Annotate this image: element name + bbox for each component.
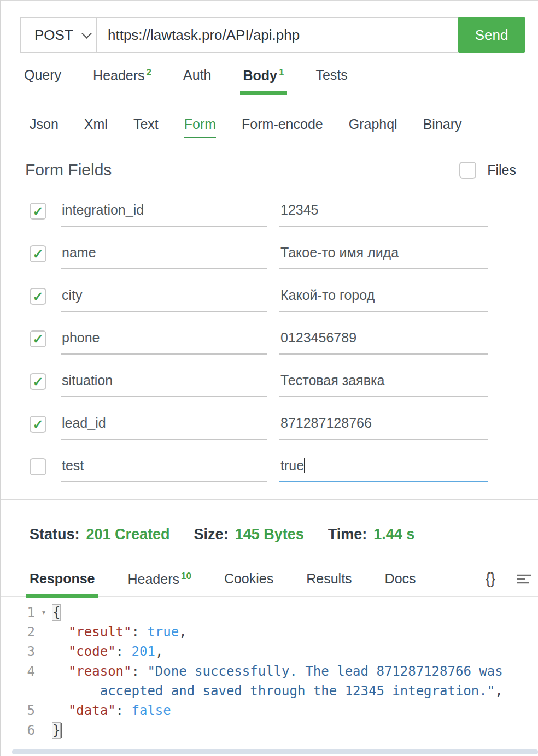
tab-response-headers[interactable]: Headers10 <box>127 571 191 587</box>
line-number: 4 <box>1 662 35 701</box>
section-divider <box>1 499 538 500</box>
line-number: 2 <box>1 622 35 642</box>
response-tabs-bar: Response Headers10 Cookies Results Docs … <box>1 570 538 597</box>
text-cursor <box>304 458 305 473</box>
subtab-graphql[interactable]: Graphql <box>349 116 397 132</box>
format-json-icon[interactable]: {} <box>486 570 495 587</box>
code-line-content: } <box>52 720 527 740</box>
field-name-input[interactable]: name <box>61 244 267 269</box>
fold-toggle-icon[interactable] <box>35 701 52 720</box>
tab-docs[interactable]: Docs <box>385 571 416 587</box>
tab-response[interactable]: Response <box>30 571 95 587</box>
request-bar: POST Send <box>20 17 525 53</box>
request-tabs-bar: Query Headers2 Auth Body1 Tests <box>1 67 538 93</box>
status-value: 201 Created <box>86 526 170 543</box>
line-number: 6 <box>1 720 35 740</box>
code-line: 2 "result": true, <box>1 622 527 642</box>
fold-toggle-icon[interactable] <box>35 622 52 642</box>
form-field-row: test true <box>30 457 538 482</box>
form-rows: integration_id 12345 name Такое-то имя л… <box>30 201 538 482</box>
line-number: 1 <box>1 603 35 622</box>
fold-toggle-icon[interactable]: ▾ <box>35 603 52 622</box>
field-enabled-checkbox[interactable] <box>30 330 46 347</box>
status-label: Status: <box>30 526 80 543</box>
subtab-json[interactable]: Json <box>30 116 59 132</box>
fold-toggle-icon[interactable] <box>35 642 52 662</box>
fold-toggle-icon[interactable] <box>35 720 52 740</box>
field-name-input[interactable]: city <box>61 286 267 312</box>
code-line: 5 "data": false <box>1 701 527 720</box>
form-field-row: name Такое-то имя лида <box>30 244 538 269</box>
body-count-badge: 1 <box>279 67 284 78</box>
code-line: 6 } <box>1 720 527 740</box>
field-enabled-checkbox[interactable] <box>30 203 46 220</box>
code-line: 4 "reason": "Done successfully. The lead… <box>1 662 527 701</box>
field-name-input[interactable]: integration_id <box>61 201 267 227</box>
field-enabled-checkbox[interactable] <box>30 416 46 433</box>
size-value: 145 Bytes <box>235 526 304 543</box>
fold-toggle-icon[interactable] <box>35 662 52 701</box>
tab-results[interactable]: Results <box>306 571 352 587</box>
send-button[interactable]: Send <box>458 17 525 53</box>
field-value-input[interactable]: 12345 <box>279 201 488 227</box>
subtab-form[interactable]: Form <box>184 116 216 132</box>
field-value-input[interactable]: true <box>279 457 488 482</box>
form-field-row: city Какой-то город <box>30 286 538 312</box>
line-number: 5 <box>1 701 35 720</box>
field-value-input[interactable]: Какой-то город <box>279 286 488 312</box>
text-cursor <box>61 723 62 738</box>
field-name-input[interactable]: test <box>61 457 267 482</box>
field-value-input[interactable]: Тестовая заявка <box>279 371 488 397</box>
field-value-input[interactable]: 871287128766 <box>279 414 488 440</box>
code-line-content: { <box>52 603 527 622</box>
code-line-content: "result": true, <box>52 622 527 642</box>
method-label: POST <box>34 27 73 44</box>
field-enabled-checkbox[interactable] <box>30 245 46 262</box>
subtab-form-encode[interactable]: Form-encode <box>242 116 323 132</box>
form-field-row: phone 0123456789 <box>30 329 538 355</box>
raw-text-lines-icon[interactable] <box>516 572 533 586</box>
subtab-text[interactable]: Text <box>133 116 159 132</box>
field-name-input[interactable]: lead_id <box>61 414 267 440</box>
url-input[interactable] <box>97 17 458 53</box>
rest-client-window: POST Send Query Headers2 Auth Body1 Test… <box>0 0 538 756</box>
time-value: 1.44 s <box>373 526 414 543</box>
form-fields-title: Form Fields <box>25 161 112 179</box>
size-label: Size: <box>194 526 229 543</box>
code-line-content: "code": 201, <box>52 642 527 662</box>
field-name-input[interactable]: phone <box>61 329 267 355</box>
tab-auth[interactable]: Auth <box>183 67 211 84</box>
form-field-row: lead_id 871287128766 <box>30 414 538 440</box>
time-label: Time: <box>328 526 367 543</box>
form-field-row: situation Тестовая заявка <box>30 371 538 397</box>
horizontal-scrollbar[interactable] <box>12 749 538 754</box>
field-value-input[interactable]: Такое-то имя лида <box>279 244 488 269</box>
files-label: Files <box>487 162 516 178</box>
field-enabled-checkbox[interactable] <box>30 373 46 390</box>
line-number: 3 <box>1 642 35 662</box>
headers-count-badge: 2 <box>147 67 151 78</box>
field-value-input[interactable]: 0123456789 <box>279 329 488 355</box>
code-line-content: "reason": "Done successfully. The lead 8… <box>52 662 527 701</box>
tab-body[interactable]: Body1 <box>243 67 284 84</box>
tab-query[interactable]: Query <box>24 67 61 84</box>
field-enabled-checkbox[interactable] <box>30 288 46 305</box>
subtab-xml[interactable]: Xml <box>84 116 108 132</box>
files-checkbox[interactable] <box>459 162 476 179</box>
response-code: 1 ▾ { 2 "result": true, 3 "code": 201, 4… <box>1 597 538 740</box>
tab-cookies[interactable]: Cookies <box>224 571 273 587</box>
code-line: 1 ▾ { <box>1 603 527 622</box>
code-line-content: "data": false <box>52 701 527 720</box>
response-headers-count-badge: 10 <box>181 571 191 581</box>
code-line: 3 "code": 201, <box>1 642 527 662</box>
tab-headers[interactable]: Headers2 <box>93 67 151 84</box>
response-status-bar: Status: 201 Created Size: 145 Bytes Time… <box>1 526 538 543</box>
body-type-tabs: Json Xml Text Form Form-encode Graphql B… <box>1 116 538 132</box>
field-name-input[interactable]: situation <box>61 371 267 397</box>
field-enabled-checkbox[interactable] <box>30 458 46 475</box>
tab-tests[interactable]: Tests <box>315 67 347 84</box>
form-field-row: integration_id 12345 <box>30 201 538 227</box>
subtab-binary[interactable]: Binary <box>423 116 462 132</box>
chevron-down-icon <box>81 28 91 38</box>
method-dropdown[interactable]: POST <box>20 17 97 53</box>
